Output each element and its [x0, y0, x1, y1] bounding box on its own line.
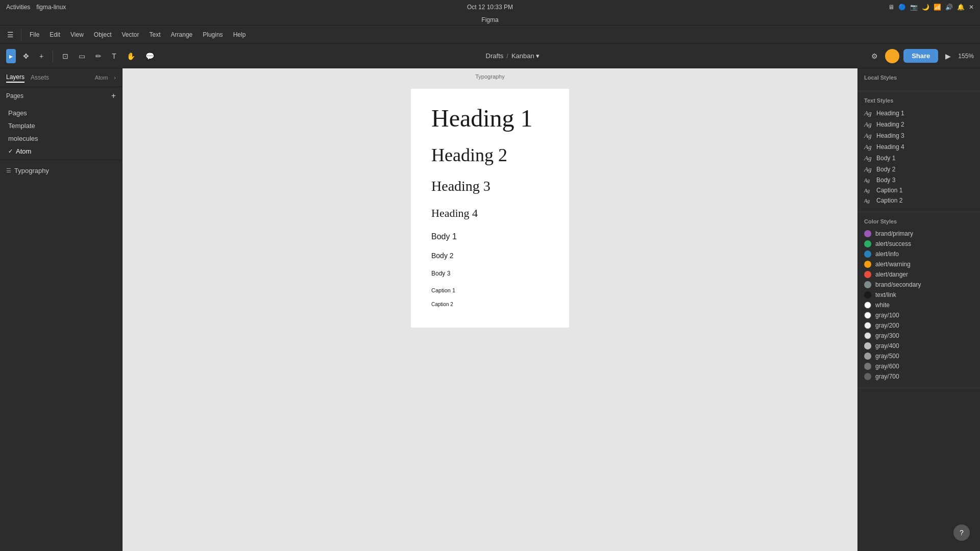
move-tool[interactable]: ✥ [20, 49, 32, 63]
color-gray600[interactable]: gray/600 [864, 361, 974, 371]
menu-edit[interactable]: Edit [45, 29, 64, 40]
color-alert-warning[interactable]: alert/warning [864, 259, 974, 269]
menu-text[interactable]: Text [145, 29, 165, 40]
color-alert-info[interactable]: alert/info [864, 249, 974, 259]
toolbar-center: Drafts / Kanban ▾ [161, 52, 864, 60]
menu-plugins[interactable]: Plugins [199, 29, 227, 40]
breadcrumb-separator: / [506, 52, 508, 60]
menu-help[interactable]: Help [229, 29, 250, 40]
text-tool[interactable]: T [109, 49, 119, 63]
pages-list: Pages Template molecules ✓ Atom [0, 105, 122, 160]
color-gray200[interactable]: gray/200 [864, 320, 974, 331]
system-bar-left: Activities figma-linux [6, 4, 66, 11]
rect-tool[interactable]: ▭ [76, 49, 88, 63]
text-style-body3[interactable]: Ag Body 3 [864, 175, 974, 185]
color-white[interactable]: white [864, 300, 974, 310]
page-item-atom[interactable]: ✓ Atom [0, 145, 122, 158]
color-swatch-alert-success [864, 240, 871, 247]
text-style-body1[interactable]: Ag Body 1 [864, 153, 974, 164]
toolbar-divider-1 [53, 50, 53, 62]
color-label-gray300: gray/300 [875, 332, 899, 339]
comment-tool[interactable]: 💬 [142, 49, 157, 63]
color-text-link[interactable]: text/link [864, 290, 974, 300]
page-item-template[interactable]: Template [0, 119, 122, 132]
color-label-text-link: text/link [875, 291, 896, 298]
ag-icon-h2: Ag [864, 120, 872, 129]
ag-icon-body3: Ag [864, 178, 872, 183]
color-swatch-brand-secondary [864, 281, 871, 288]
activities-label[interactable]: Activities [6, 4, 30, 11]
color-gray300[interactable]: gray/300 [864, 331, 974, 341]
color-swatch-alert-info [864, 251, 871, 258]
layer-item-typography[interactable]: ☰ Typography [0, 164, 122, 177]
app-name-label[interactable]: figma-linux [36, 4, 66, 11]
add-tool[interactable]: + [36, 49, 46, 63]
text-style-h3[interactable]: Ag Heading 3 [864, 130, 974, 141]
canvas-area[interactable]: Typography Heading 1 Heading 2 Heading 3… [122, 68, 857, 551]
sys-icon-4: 🌙 [922, 4, 929, 11]
menu-arrange[interactable]: Arrange [167, 29, 197, 40]
text-style-body2[interactable]: Ag Body 2 [864, 164, 974, 175]
color-alert-success[interactable]: alert/success [864, 239, 974, 249]
page-item-molecules[interactable]: molecules [0, 132, 122, 145]
vector-tool[interactable]: ✏ [92, 49, 105, 63]
text-style-h2[interactable]: Ag Heading 2 [864, 119, 974, 130]
heading1-text: Heading 1 [431, 104, 549, 132]
system-bar-right: 🖥 🔵 📷 🌙 📶 🔊 🔔 ✕ [888, 4, 974, 11]
menu-file[interactable]: File [26, 29, 43, 40]
tab-layers[interactable]: Layers [6, 72, 24, 83]
style-label-h2: Heading 2 [876, 121, 904, 128]
select-tool[interactable]: ▸ [6, 49, 16, 63]
page-label: molecules [8, 135, 38, 142]
color-gray700[interactable]: gray/700 [864, 371, 974, 382]
color-swatch-gray600 [864, 363, 871, 370]
color-label-alert-warning: alert/warning [875, 261, 911, 268]
share-button[interactable]: Share [903, 49, 938, 63]
help-button[interactable]: ? [953, 524, 970, 541]
ag-icon-h4: Ag [864, 143, 872, 151]
color-styles-title: Color Styles [864, 218, 974, 224]
menu-vector[interactable]: Vector [118, 29, 143, 40]
text-style-caption1[interactable]: Ag Caption 1 [864, 185, 974, 195]
menu-view[interactable]: View [66, 29, 88, 40]
color-gray400[interactable]: gray/400 [864, 341, 974, 351]
color-swatch-gray400 [864, 342, 871, 349]
color-gray500[interactable]: gray/500 [864, 351, 974, 361]
layers-section: ☰ Typography [0, 160, 122, 181]
settings-icon[interactable]: ⚙ [868, 49, 881, 63]
add-page-button[interactable]: + [111, 91, 116, 101]
page-item-pages[interactable]: Pages [0, 107, 122, 119]
color-brand-primary[interactable]: brand/primary [864, 229, 974, 239]
color-brand-secondary[interactable]: brand/secondary [864, 280, 974, 290]
pages-header: Pages + [0, 87, 122, 105]
text-style-caption2[interactable]: Ag Caption 2 [864, 195, 974, 206]
color-swatch-gray500 [864, 353, 871, 360]
text-style-h4[interactable]: Ag Heading 4 [864, 141, 974, 153]
tab-assets[interactable]: Assets [31, 73, 49, 82]
color-gray100[interactable]: gray/100 [864, 310, 974, 320]
caption2-text: Caption 2 [431, 302, 549, 307]
color-alert-danger[interactable]: alert/danger [864, 269, 974, 280]
play-button[interactable]: ▶ [942, 49, 954, 63]
close-btn[interactable]: ✕ [969, 4, 974, 11]
menu-object[interactable]: Object [90, 29, 116, 40]
color-label-gray400: gray/400 [875, 342, 899, 349]
left-panel: Layers Assets Atom › Pages + Pages Templ… [0, 68, 122, 551]
breadcrumb-drafts[interactable]: Drafts [486, 52, 504, 60]
sys-icon-5: 📶 [934, 4, 941, 11]
color-swatch-gray700 [864, 373, 871, 380]
text-style-h1[interactable]: Ag Heading 1 [864, 108, 974, 119]
hamburger-menu[interactable]: ☰ [4, 28, 17, 42]
style-label-body3: Body 3 [876, 177, 895, 184]
figma-title: Figma [481, 16, 498, 23]
page-label: Pages [8, 109, 27, 117]
typography-frame[interactable]: Heading 1 Heading 2 Heading 3 Heading 4 … [411, 89, 569, 328]
color-label-alert-info: alert/info [875, 251, 899, 258]
color-label-gray100: gray/100 [875, 312, 899, 319]
hand-tool[interactable]: ✋ [124, 49, 138, 63]
breadcrumb-page[interactable]: Kanban ▾ [511, 52, 540, 60]
style-label-h3: Heading 3 [876, 132, 904, 139]
frame-tool[interactable]: ⊡ [59, 49, 71, 63]
color-label-alert-success: alert/success [875, 240, 911, 247]
text-styles-title: Text Styles [864, 97, 974, 104]
